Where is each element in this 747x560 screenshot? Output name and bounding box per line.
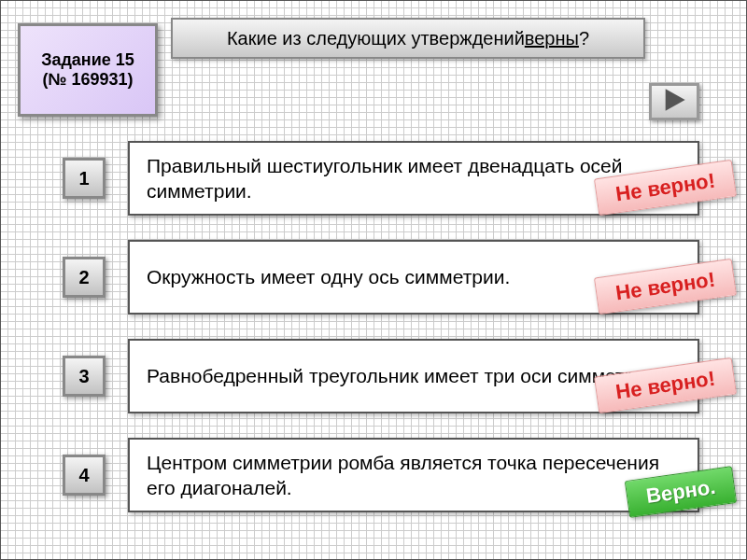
- answer-text: Окружность имеет одну ось симметрии.: [147, 264, 510, 289]
- answer-number-button-3[interactable]: 3: [63, 356, 106, 397]
- answer-row: 2 Окружность имеет одну ось симметрии. Н…: [63, 240, 716, 315]
- answer-row: 4 Центром симметрии ромба является точка…: [63, 438, 716, 512]
- task-title: Задание 15: [41, 50, 134, 70]
- answer-number: 2: [78, 267, 89, 288]
- question-underlined: верны: [525, 28, 579, 49]
- answer-number: 3: [78, 366, 89, 387]
- answer-row: 3 Равнобедренный треугольник имеет три о…: [63, 339, 716, 413]
- answer-row: 1 Правильный шестиугольник имеет двенадц…: [63, 141, 716, 216]
- question-bar: Какие из следующих утверждений верны ?: [171, 18, 645, 59]
- question-suffix: ?: [579, 28, 589, 49]
- svg-marker-0: [666, 89, 685, 110]
- play-icon: [661, 87, 687, 117]
- answer-number: 1: [78, 168, 89, 189]
- answer-number: 4: [78, 465, 89, 486]
- answer-number-button-4[interactable]: 4: [63, 455, 106, 496]
- answer-text: Равнобедренный треугольник имеет три оси…: [147, 363, 663, 388]
- answer-box: Центром симметрии ромба является точка п…: [128, 438, 699, 512]
- next-button[interactable]: [649, 83, 699, 120]
- answer-text: Центром симметрии ромба является точка п…: [147, 450, 681, 501]
- answer-number-button-1[interactable]: 1: [63, 158, 106, 199]
- answers-container: 1 Правильный шестиугольник имеет двенадц…: [63, 141, 716, 537]
- question-prefix: Какие из следующих утверждений: [227, 28, 525, 49]
- task-badge: Задание 15 (№ 169931): [18, 23, 158, 117]
- task-number: (№ 169931): [42, 70, 133, 90]
- answer-number-button-2[interactable]: 2: [63, 257, 106, 298]
